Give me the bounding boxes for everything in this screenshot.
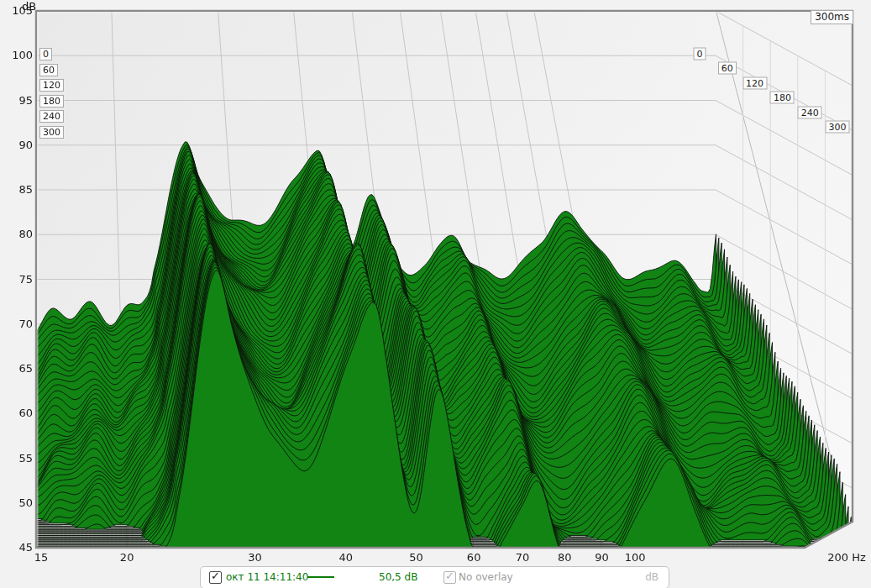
freq-tick-label: 40 (338, 551, 353, 564)
cursor-level-value: 50,5 dB (379, 571, 417, 583)
db-tick-label: 95 (0, 95, 33, 107)
time-tick-label-left: 300 (39, 126, 64, 139)
db-tick-label: 55 (0, 453, 33, 465)
db-tick-label: 90 (0, 139, 33, 151)
measurement-checkbox[interactable]: ✓ (209, 571, 222, 584)
db-tick-label: 105 (0, 5, 33, 17)
time-tick-label-right: 0 (694, 47, 706, 60)
legend-bar: ✓ окт 11 14:11:40 50,5 dB ✓ No overlay d… (200, 566, 669, 588)
time-tick-label-right: 240 (798, 106, 822, 118)
time-tick-label-right: 60 (718, 62, 737, 75)
unit-indicator: dB (633, 571, 658, 583)
time-tick-label-left: 120 (39, 79, 64, 92)
db-tick-label: 100 (0, 50, 33, 61)
db-tick-label: 70 (0, 318, 33, 330)
time-tick-label-left: 180 (39, 95, 64, 108)
freq-tick-label: 70 (516, 551, 530, 564)
no-overlay-label: No overlay (459, 571, 513, 583)
freq-tick-label: 80 (558, 551, 572, 564)
freq-tick-label: 15 (34, 551, 49, 564)
db-tick-label: 80 (0, 228, 33, 240)
check-icon: ✓ (445, 571, 454, 580)
time-tick-label-right: 120 (742, 76, 767, 89)
waterfall-plot-canvas[interactable] (0, 0, 871, 588)
check-icon: ✓ (211, 571, 220, 580)
freq-tick-label: 20 (120, 551, 134, 564)
db-tick-label: 50 (0, 497, 33, 509)
time-tick-label-left: 60 (39, 64, 58, 76)
measurement-name[interactable]: окт 11 14:11:40 (226, 571, 308, 583)
freq-tick-label: 50 (409, 551, 423, 564)
db-tick-label: 65 (0, 363, 33, 375)
time-tick-label-right: 180 (770, 92, 795, 104)
db-tick-label: 45 (0, 542, 33, 554)
db-tick-label: 60 (0, 407, 33, 419)
trace-color-line-icon (307, 576, 334, 578)
time-tick-label-left: 0 (39, 48, 52, 60)
waterfall-window: dB 1051009590858075706560555045 15203040… (0, 0, 871, 588)
time-tick-label-right: 300 (826, 121, 850, 134)
db-tick-label: 85 (0, 184, 33, 196)
freq-tick-label: 100 (625, 551, 646, 564)
time-tick-label-left: 240 (39, 110, 64, 123)
no-overlay-checkbox[interactable]: ✓ (443, 571, 456, 584)
freq-tick-label: 200 Hz (827, 551, 866, 564)
freq-tick-label: 90 (595, 551, 609, 564)
freq-tick-label: 30 (248, 551, 262, 564)
db-tick-label: 75 (0, 274, 33, 286)
time-axis-max-label: 300ms (811, 10, 853, 24)
freq-tick-label: 60 (467, 551, 481, 564)
